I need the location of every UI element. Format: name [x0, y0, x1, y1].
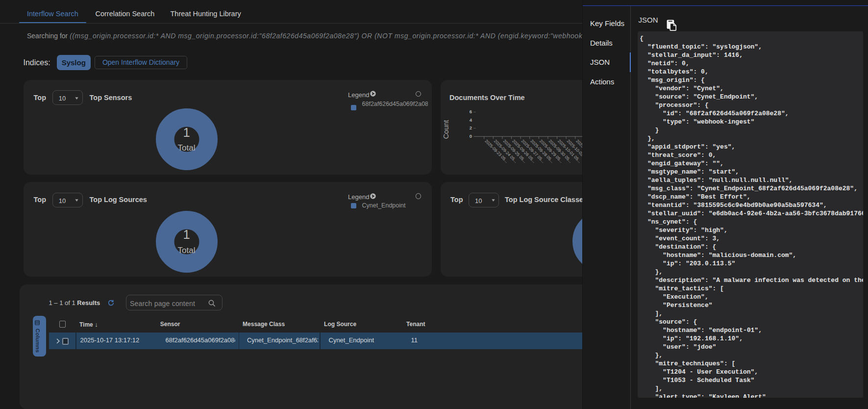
svg-text:6: 6 [470, 109, 472, 114]
svg-text:4: 4 [470, 117, 472, 123]
svg-text:2: 2 [470, 125, 472, 130]
svg-text:0: 0 [470, 133, 472, 139]
